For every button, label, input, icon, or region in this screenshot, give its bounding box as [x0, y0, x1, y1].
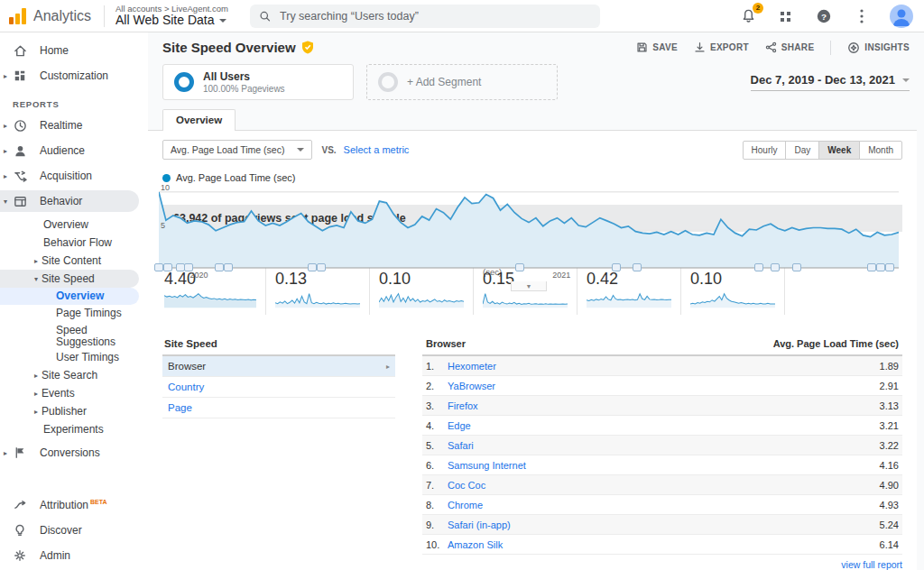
annotation-marker[interactable] — [184, 263, 193, 271]
annotation-marker[interactable] — [317, 263, 326, 271]
overflow-menu-button[interactable] — [852, 6, 872, 26]
sidebar-item-site-content[interactable]: ▸Site Content — [0, 252, 148, 270]
sidebar-item-site-speed[interactable]: ▾Site Speed — [0, 270, 139, 288]
browser-link[interactable]: Chrome — [448, 500, 483, 510]
scorecard-value: 0.42 — [587, 270, 671, 289]
sidebar-item-behavior-overview[interactable]: Overview — [0, 216, 148, 234]
granularity-day[interactable]: Day — [785, 141, 819, 160]
browser-link[interactable]: YaBrowser — [448, 381, 495, 391]
annotations-expand-handle[interactable]: ▼ — [511, 281, 547, 291]
annotation-marker[interactable] — [792, 263, 801, 271]
tab-overview[interactable]: Overview — [162, 109, 236, 131]
metric-value: 3.21 — [624, 416, 902, 436]
browser-link[interactable]: Hexometer — [448, 361, 496, 372]
add-segment-button[interactable]: + Add Segment — [366, 64, 558, 100]
annotation-marker[interactable] — [163, 263, 172, 271]
vs-label: VS. — [321, 145, 336, 155]
select-metric-link[interactable]: Select a metric — [344, 144, 410, 155]
row-index: 8. — [422, 495, 444, 515]
sidebar-item-publisher[interactable]: ▸Publisher — [0, 402, 148, 420]
sidebar-item-audience[interactable]: ▸ Audience — [0, 140, 148, 161]
table-row: 8.Chrome4.93 — [422, 495, 902, 515]
browser-link[interactable]: Safari (in-app) — [448, 519, 511, 530]
sidebar-item-site-search[interactable]: ▸Site Search — [0, 366, 148, 384]
search-bar[interactable] — [250, 5, 600, 28]
search-input[interactable] — [280, 10, 591, 23]
timeseries-chart[interactable]: ▼ 10520202021 — [159, 187, 899, 192]
table-header-metric[interactable]: Avg. Page Load Time (sec) — [624, 335, 902, 355]
dimension-label[interactable]: Country — [168, 382, 204, 392]
annotation-marker[interactable] — [885, 263, 894, 271]
sidebar-item-events[interactable]: ▸Events — [0, 384, 148, 402]
dimension-row-page[interactable]: Page — [162, 398, 395, 418]
sidebar-item-label: User Timings — [56, 352, 119, 363]
apps-grid-button[interactable] — [776, 6, 796, 26]
notifications-button[interactable]: 2 — [738, 6, 758, 26]
dimension-row-browser[interactable]: Browser▸ — [162, 356, 395, 377]
browser-link[interactable]: Coc Coc — [448, 480, 485, 491]
metric-dropdown-value: Avg. Page Load Time (sec) — [171, 144, 284, 155]
share-button[interactable]: SHARE — [765, 41, 815, 53]
annotation-marker[interactable] — [754, 263, 763, 271]
sidebar-item-home[interactable]: Home — [0, 40, 148, 61]
sidebar-item-user-timings[interactable]: User Timings — [0, 349, 148, 366]
x-axis-tick: 2020 — [189, 271, 208, 280]
granularity-hourly[interactable]: Hourly — [743, 141, 787, 160]
sidebar-item-page-timings[interactable]: Page Timings — [0, 305, 148, 322]
annotation-marker[interactable] — [633, 263, 642, 271]
analytics-logo-icon[interactable] — [9, 8, 26, 24]
dimension-row-country[interactable]: Country — [162, 377, 395, 398]
annotation-marker[interactable] — [154, 263, 163, 271]
insights-button[interactable]: INSIGHTS — [847, 41, 910, 54]
sidebar-item-attribution[interactable]: AttributionBETA — [0, 494, 148, 516]
sidebar-item-behavior[interactable]: ▾ Behavior — [0, 190, 139, 212]
view-full-report-link[interactable]: view full report — [841, 559, 902, 570]
sidebar-item-acquisition[interactable]: ▸ Acquisition — [0, 165, 148, 187]
annotation-marker[interactable] — [771, 263, 780, 271]
sidebar-item-discover[interactable]: Discover — [0, 519, 148, 541]
sidebar-item-label: Publisher — [42, 405, 87, 418]
metric-dropdown[interactable]: Avg. Page Load Time (sec) — [162, 140, 312, 160]
sidebar-item-label: Home — [40, 44, 69, 57]
annotation-marker[interactable] — [308, 263, 317, 271]
sidebar-item-admin[interactable]: Admin — [0, 545, 148, 566]
annotation-marker[interactable] — [224, 263, 233, 271]
granularity-week[interactable]: Week — [818, 141, 860, 160]
sidebar-item-behavior-flow[interactable]: Behavior Flow — [0, 234, 148, 252]
dimension-label[interactable]: Page — [168, 402, 192, 413]
table-header-dimension[interactable]: Browser — [422, 335, 624, 355]
annotation-marker[interactable] — [215, 263, 224, 271]
date-range-picker[interactable]: Dec 7, 2019 - Dec 13, 2021 — [751, 73, 910, 91]
help-button[interactable]: ? — [814, 6, 834, 26]
granularity-month[interactable]: Month — [859, 141, 902, 160]
sidebar-item-speed-suggestions[interactable]: Speed Suggestions — [0, 322, 148, 349]
annotation-marker[interactable] — [612, 263, 621, 271]
sidebar-item-experiments[interactable]: Experiments — [0, 420, 148, 438]
dimension-label[interactable]: Browser — [168, 361, 206, 372]
sidebar-item-customization[interactable]: ▸ Customization — [0, 65, 148, 87]
annotation-marker[interactable] — [876, 263, 885, 271]
sidebar-item-conversions[interactable]: ▸ Conversions — [0, 442, 148, 464]
sidebar-item-site-speed-overview[interactable]: Overview — [0, 288, 139, 305]
metric-value: 3.22 — [624, 436, 902, 455]
segment-all-users[interactable]: All Users 100.00% Pageviews — [162, 64, 354, 100]
browser-link[interactable]: Samsung Internet — [448, 460, 526, 471]
clock-icon — [13, 118, 27, 133]
annotation-marker[interactable] — [867, 263, 876, 271]
export-button[interactable]: EXPORT — [694, 41, 749, 53]
account-switcher[interactable]: All accounts > LiveAgent.com All Web Sit… — [116, 5, 228, 28]
table-row: 2.YaBrowser2.91 — [422, 376, 902, 396]
browser-link[interactable]: Safari — [448, 440, 474, 451]
save-button[interactable]: SAVE — [636, 41, 678, 53]
shield-badge-icon[interactable] — [301, 41, 314, 54]
divider — [104, 5, 105, 27]
attribution-icon — [13, 498, 27, 512]
expand-arrow-icon: ▸ — [4, 147, 11, 155]
browser-link[interactable]: Firefox — [448, 400, 478, 411]
annotation-marker[interactable] — [515, 263, 524, 271]
browser-link[interactable]: Edge — [448, 420, 471, 431]
browser-link[interactable]: Amazon Silk — [448, 539, 503, 550]
sidebar-item-realtime[interactable]: ▸ Realtime — [0, 115, 148, 136]
user-avatar[interactable] — [890, 5, 913, 28]
logo-bar — [15, 14, 20, 24]
